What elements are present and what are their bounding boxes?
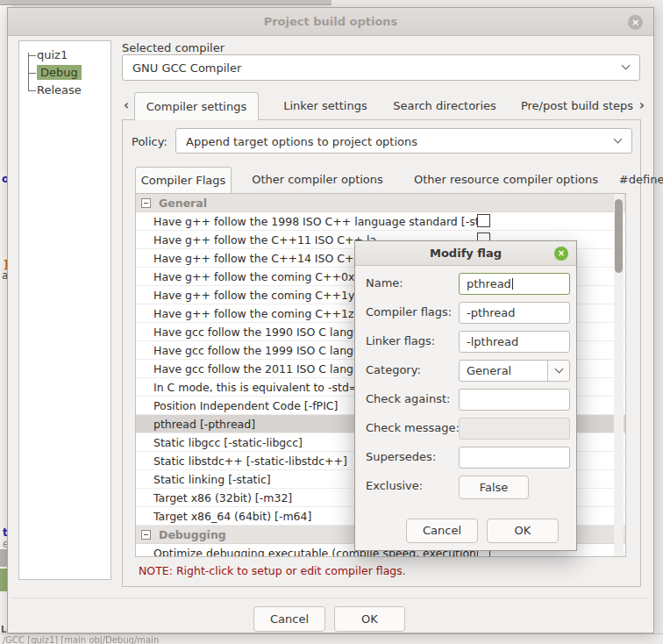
flag-label: Have g++ follow the 1998 ISO C++ languag…: [153, 215, 487, 228]
flag-row[interactable]: General: [136, 194, 625, 212]
tree: quiz1 Debug Release: [19, 41, 110, 99]
tree-connector: [28, 90, 36, 91]
flag-label: Have gcc follow the 1999 ISO C langu: [153, 344, 360, 357]
flag-label: Target x86 (32bit) [-m32]: [153, 491, 292, 504]
compiler-flags-input[interactable]: -pthread: [459, 302, 570, 324]
flag-label: Static libstdc++ [-static-libstdc++]: [153, 454, 347, 468]
category-row: Category: General: [355, 360, 576, 383]
subtab-other-compiler-options[interactable]: Other compiler options: [240, 167, 395, 193]
subtab-defines[interactable]: #defines: [614, 167, 663, 193]
name-input[interactable]: pthread: [459, 273, 570, 295]
close-icon[interactable]: ×: [628, 15, 643, 30]
chevron-down-icon: [622, 61, 631, 70]
tab-linker-settings[interactable]: Linker settings: [269, 92, 381, 120]
flag-label: Position Independent Code [-fPIC]: [153, 399, 338, 412]
dialog-title: Project build options: [8, 15, 653, 28]
modify-cancel-button[interactable]: Cancel: [406, 519, 478, 543]
supersedes-row: Supersedes:: [355, 447, 576, 469]
tab-prepost-build-steps[interactable]: Pre/post build steps: [508, 92, 646, 120]
flag-label: Have gcc follow the 2011 ISO C langu: [153, 362, 360, 376]
name-input-value: pthread: [467, 277, 511, 290]
exclusive-label: Exclusive:: [366, 479, 423, 492]
compiler-dropdown[interactable]: GNU GCC Compiler: [122, 54, 640, 81]
flags-tabbar: Compiler Flags Other compiler options Ot…: [123, 167, 640, 193]
check-message-row: Check message:: [355, 418, 576, 440]
category-label: Category:: [366, 363, 421, 376]
check-against-label: Check against:: [366, 392, 450, 405]
ok-button[interactable]: OK: [334, 606, 405, 632]
linker-flags-input[interactable]: -lpthread: [459, 331, 570, 353]
check-against-row: Check against:: [355, 389, 576, 411]
supersedes-label: Supersedes:: [366, 450, 436, 463]
check-message-input: [459, 418, 570, 440]
tree-item-debug[interactable]: Debug: [19, 64, 110, 82]
background-window-edge: [332, 0, 663, 7]
flag-label: Have gcc follow the 1990 ISO C langu: [153, 326, 360, 339]
policy-dropdown[interactable]: Append target options to project options: [175, 128, 632, 154]
chevron-down-icon: [555, 364, 564, 373]
exclusive-row: Exclusive: False: [355, 476, 576, 498]
background-statusbar: /GCC [quiz1] [main obj/Debug/main: [0, 633, 663, 644]
background-statusbar-text: /GCC [quiz1] [main obj/Debug/main: [3, 635, 159, 644]
tab-compiler-settings[interactable]: Compiler settings: [134, 92, 259, 120]
text-cursor: [512, 278, 513, 290]
tab-search-directories[interactable]: Search directories: [389, 92, 501, 120]
divider: [13, 597, 648, 598]
compiler-dropdown-value: GNU GCC Compiler: [132, 61, 241, 75]
cancel-button[interactable]: Cancel: [253, 606, 325, 632]
flag-label: In C mode, this is equivalent to -std=c: [153, 381, 364, 394]
modify-dialog-title: Modify flag: [355, 247, 576, 260]
flag-label: Debugging: [159, 528, 226, 541]
tab-scroll-left-icon[interactable]: ‹: [124, 97, 129, 113]
tree-item-project[interactable]: quiz1: [19, 47, 110, 64]
tree-item-label: quiz1: [37, 48, 68, 61]
dropdown-button[interactable]: [547, 361, 569, 381]
tree-item-release[interactable]: Release: [19, 82, 110, 99]
policy-label: Policy:: [132, 135, 168, 148]
compiler-flags-label: Compiler flags:: [366, 305, 452, 318]
flag-label: Static linking [-static]: [153, 473, 271, 486]
flag-checkbox[interactable]: [477, 214, 490, 227]
tab-scroll-right-icon[interactable]: ›: [639, 97, 645, 113]
flag-label: Have g++ follow the coming C++0x (a: [153, 270, 369, 283]
modify-flag-dialog: Modify flag × Name: pthread Compiler fla…: [354, 240, 577, 551]
settings-tabbar: ‹ Compiler settings Linker settings Sear…: [120, 92, 646, 120]
linker-flags-row: Linker flags: -lpthread: [355, 331, 576, 354]
background-window-edge: [0, 0, 332, 5]
dialog-titlebar[interactable]: Project build options ×: [8, 8, 653, 36]
modify-ok-button[interactable]: OK: [487, 519, 559, 543]
scrollbar[interactable]: [614, 194, 624, 556]
name-row: Name: pthread: [355, 273, 576, 296]
flag-label: pthread [-pthread]: [153, 418, 255, 431]
flag-label: General: [159, 197, 207, 210]
exclusive-toggle-button[interactable]: False: [459, 476, 529, 499]
tree-item-label: Debug: [37, 65, 82, 80]
flag-label: Have g++ follow the C++14 ISO C++ la: [153, 252, 376, 265]
note-text: NOTE: Right-click to setup or edit compi…: [139, 564, 406, 577]
name-label: Name:: [366, 276, 403, 290]
supersedes-input[interactable]: [459, 447, 570, 469]
check-against-input[interactable]: [459, 389, 570, 411]
collapse-minus-icon[interactable]: [141, 198, 151, 208]
chevron-down-icon: [614, 134, 623, 143]
close-icon[interactable]: ×: [554, 247, 568, 261]
compiler-flags-row: Compiler flags: -pthread: [355, 302, 576, 325]
tree-item-label: Release: [37, 83, 82, 97]
linker-flags-label: Linker flags:: [366, 334, 435, 347]
collapse-minus-icon[interactable]: [141, 530, 151, 540]
linker-flags-value: -lpthread: [467, 335, 518, 348]
flag-label: Target x86_64 (64bit) [-m64]: [153, 510, 311, 523]
subtab-other-resource-compiler-options[interactable]: Other resource compiler options: [402, 167, 610, 193]
category-dropdown[interactable]: General: [459, 360, 570, 382]
selected-compiler-label: Selected compiler: [122, 41, 225, 54]
scrollbar-thumb[interactable]: [615, 199, 623, 273]
tree-connector: [28, 55, 36, 56]
modify-dialog-titlebar[interactable]: Modify flag ×: [355, 241, 576, 266]
flag-label: Have g++ follow the C++11 ISO C++ la: [153, 233, 376, 247]
subtab-compiler-flags[interactable]: Compiler Flags: [135, 167, 232, 193]
flag-row[interactable]: Have g++ follow the 1998 ISO C++ languag…: [136, 212, 625, 231]
flag-label: Static libgcc [-static-libgcc]: [153, 436, 303, 449]
check-message-label: Check message:: [366, 421, 460, 434]
category-value: General: [467, 364, 511, 377]
build-target-tree[interactable]: quiz1 Debug Release: [18, 40, 111, 580]
